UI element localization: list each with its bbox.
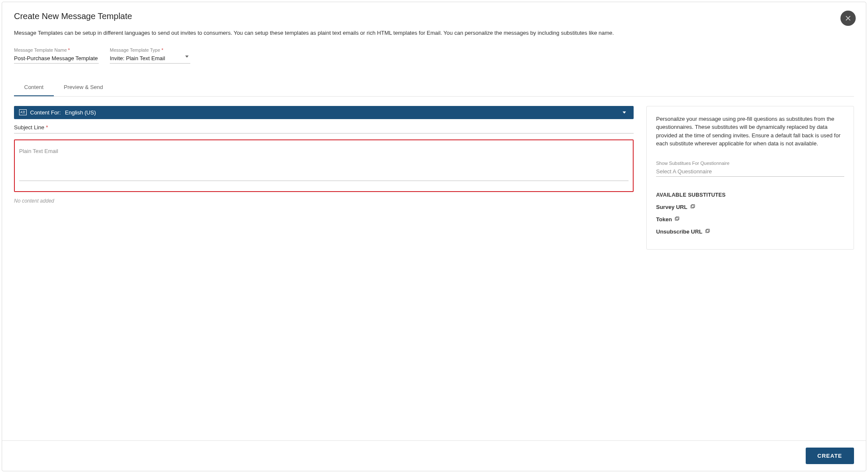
template-type-label: Message Template Type * <box>110 47 190 53</box>
show-substitutes-label: Show Substitues For Questionnaire <box>656 161 844 166</box>
page-subtitle: Message Templates can be setup in differ… <box>14 29 854 37</box>
template-name-input[interactable] <box>14 53 99 64</box>
personalize-panel: Personalize your message using pre-fill … <box>646 106 854 250</box>
template-type-field: Message Template Type * Invite: Plain Te… <box>110 47 190 64</box>
close-button[interactable] <box>840 11 856 26</box>
subject-line-label: Subject Line * <box>14 124 48 131</box>
chevron-down-icon <box>185 56 189 61</box>
content-area: A文 Content For: English (US) Subject Lin… <box>2 97 866 441</box>
content-for-label: Content For: <box>30 109 61 116</box>
create-template-modal: Create New Message Template Message Temp… <box>2 2 866 471</box>
page-title: Create New Message Template <box>14 11 854 21</box>
chevron-down-icon <box>623 111 626 114</box>
close-icon <box>845 15 851 22</box>
template-name-field: Message Template Name * <box>14 47 99 64</box>
substitute-label: Unsubscribe URL <box>656 228 702 235</box>
copy-icon[interactable] <box>690 204 695 209</box>
personalize-description: Personalize your message using pre-fill … <box>656 115 844 148</box>
template-name-label: Message Template Name * <box>14 47 99 53</box>
language-select[interactable]: English (US) <box>65 109 96 116</box>
tabs: Content Preview & Send <box>14 80 854 97</box>
required-marker: * <box>161 47 163 53</box>
required-marker: * <box>46 124 48 131</box>
personalize-column: Personalize your message using pre-fill … <box>646 106 854 250</box>
create-button[interactable]: CREATE <box>806 448 854 464</box>
email-body-input[interactable]: Plain Text Email <box>19 146 629 181</box>
content-editor-column: A文 Content For: English (US) Subject Lin… <box>14 106 634 204</box>
subject-line-field[interactable]: Subject Line * <box>14 119 634 134</box>
template-fields-row: Message Template Name * Message Template… <box>2 40 866 64</box>
substitute-label: Survey URL <box>656 204 687 210</box>
substitute-survey-url: Survey URL <box>656 204 844 210</box>
available-substitutes-header: AVAILABLE SUBSTITUTES <box>656 192 844 198</box>
tab-content[interactable]: Content <box>14 80 54 96</box>
required-marker: * <box>68 47 70 53</box>
substitute-unsubscribe-url: Unsubscribe URL <box>656 228 844 235</box>
modal-footer: CREATE <box>2 440 866 471</box>
template-type-value: Invite: Plain Text Email <box>110 53 165 63</box>
template-type-select[interactable]: Invite: Plain Text Email <box>110 53 190 64</box>
translate-icon: A文 <box>19 109 27 115</box>
email-body-highlight: Plain Text Email <box>14 139 634 192</box>
substitute-token: Token <box>656 216 844 223</box>
copy-icon[interactable] <box>705 229 710 234</box>
substitute-label: Token <box>656 216 672 223</box>
no-content-message: No content added <box>14 198 634 204</box>
tab-preview-send[interactable]: Preview & Send <box>54 80 114 96</box>
modal-header: Create New Message Template Message Temp… <box>2 2 866 40</box>
copy-icon[interactable] <box>674 217 679 222</box>
language-bar: A文 Content For: English (US) <box>14 106 634 119</box>
questionnaire-select[interactable]: Select A Questionnaire <box>656 167 844 177</box>
